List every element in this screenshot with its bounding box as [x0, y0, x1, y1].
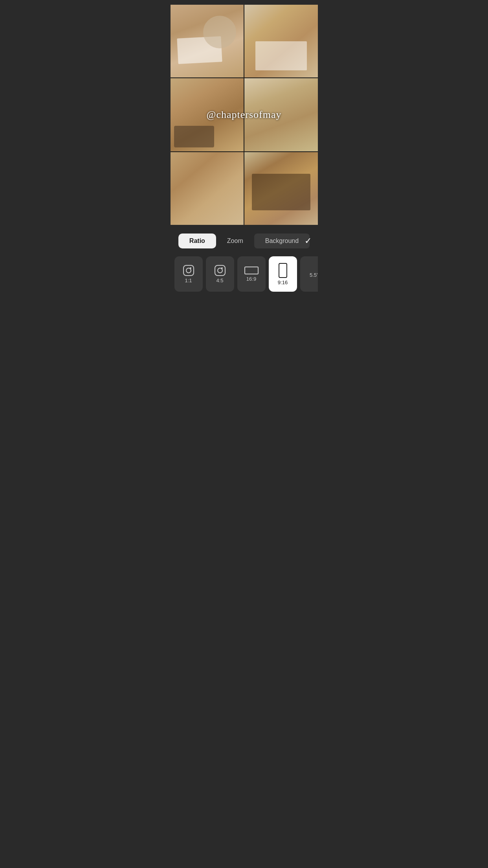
tab-ratio[interactable]: Ratio [178, 234, 216, 248]
ratio-item-9-16[interactable]: 9:16 [269, 256, 297, 292]
ratio-item-16-9[interactable]: 16:9 [237, 256, 266, 292]
ratio-item-1-1[interactable]: 1:1 [174, 256, 203, 292]
wide-rect-icon [244, 267, 259, 274]
tab-zoom[interactable]: Zoom [216, 234, 254, 248]
collage-cell-1 [171, 5, 244, 77]
tab-background[interactable]: Background [254, 234, 310, 248]
portrait-rect-icon [279, 263, 287, 278]
toolbar-tabs: Ratio Zoom Background [178, 234, 310, 248]
toolbar: Ratio Zoom Background ✓ [171, 234, 318, 248]
ratio-label-5-5: 5.5'' [310, 272, 318, 278]
ratio-item-4-5[interactable]: 4:5 [206, 256, 234, 292]
confirm-button[interactable]: ✓ [305, 236, 312, 246]
collage-cell-6 [244, 152, 318, 225]
ratio-label-16-9: 16:9 [246, 276, 256, 282]
collage-cell-2 [244, 5, 318, 77]
instagram-icon-1-1 [183, 265, 194, 276]
ratio-label-4-5: 4:5 [216, 278, 223, 283]
ratio-label-1-1: 1:1 [185, 278, 192, 283]
collage-grid: @chaptersofmay [171, 5, 318, 225]
ratio-options-row: 1:1 4:5 16:9 9:16 5.5'' 5.8'' 3:4 [171, 256, 318, 293]
instagram-icon-4-5 [215, 265, 226, 276]
ratio-label-9-16: 9:16 [278, 280, 288, 285]
collage-cell-3 [171, 78, 244, 151]
collage-wrapper: @chaptersofmay [171, 5, 318, 225]
collage-cell-5 [171, 152, 244, 225]
ratio-item-5-5[interactable]: 5.5'' [300, 256, 318, 292]
collage-cell-4 [244, 78, 318, 151]
